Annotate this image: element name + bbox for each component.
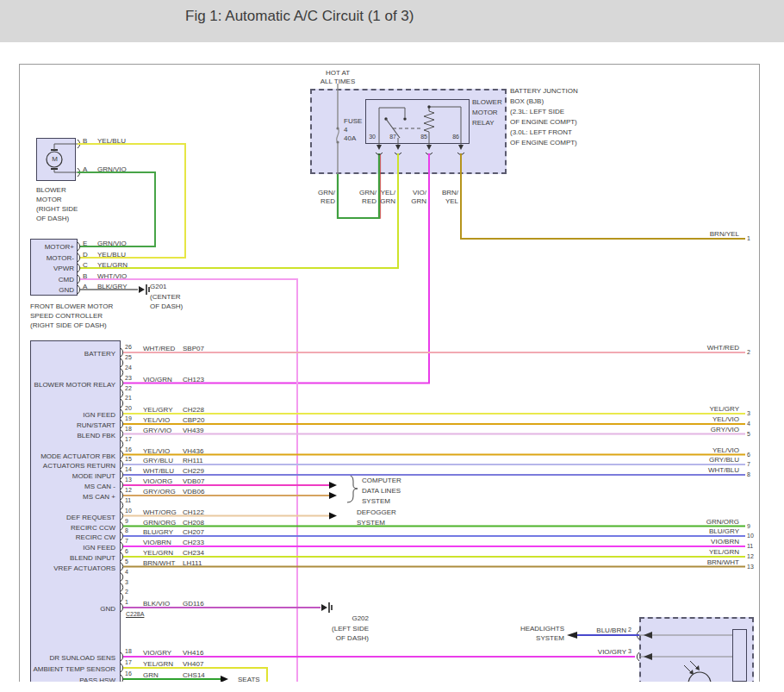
wire-label: YEL/VIO [143, 447, 170, 456]
motor-lead [54, 144, 78, 150]
bjb-label: BATTERY JUNCTION BOX (BJB) (2.3L: LEFT S… [510, 86, 578, 148]
sun-ray-icon [695, 665, 700, 670]
edge-wire-label: GRY/BLU [670, 456, 739, 464]
wire-label-vio-gry: VIO/GRY [557, 648, 626, 657]
brn-yel-wire [461, 153, 745, 239]
grn-red-wire [338, 153, 379, 218]
relay-pin-86: 86 [445, 134, 459, 140]
yel-blu-wire [78, 144, 185, 258]
pin-name: VREF ACTUATORS [29, 564, 115, 573]
wire-label: BRN/WHT [143, 559, 175, 568]
circuit-code: CH122 [183, 508, 204, 517]
pin-connector [637, 652, 639, 661]
g202-label: G202 (LEFT SIDE OF DASH) [300, 614, 369, 644]
pin-name: GND [29, 605, 115, 614]
brace [347, 475, 358, 502]
ctrl-wire-c: YEL/GRN [97, 261, 128, 270]
pin-connector [121, 440, 123, 449]
pin-name: MODE INPUT [29, 472, 115, 481]
wire-label: VIO/GRN [143, 376, 172, 384]
edge-num: 9 [747, 523, 750, 530]
pin-connector [121, 522, 123, 531]
pin-name: AMBIENT TEMP SENSOR [29, 665, 115, 674]
circuit-code: VDB07 [183, 477, 204, 486]
wire-label: BLK/VIO [143, 600, 170, 608]
ctrl-name-cmd: CMD [33, 276, 74, 284]
fuse-icon [336, 127, 339, 129]
pin-connector [121, 593, 123, 602]
junction-dot [427, 105, 430, 108]
ctrl-wire-a: BLK/GRY [97, 283, 128, 291]
edge-num: 13 [747, 564, 754, 570]
pin-number: 24 [125, 365, 137, 371]
wire-label: VIO/ORG [143, 477, 172, 486]
pin-number: 4 [125, 569, 137, 576]
pin-number: 26 [125, 344, 137, 351]
circuit-code: VDB06 [183, 488, 204, 496]
pin-name: RECIRC CW [29, 533, 115, 542]
pin-connector [121, 652, 123, 661]
wire-label: GRN/ORG [143, 519, 176, 527]
sun-ray-icon [689, 670, 694, 675]
pin-connector [121, 491, 123, 500]
pin-number: 13 [125, 477, 137, 483]
down-arrow-icon [458, 145, 464, 150]
motor-letter: M [50, 155, 59, 164]
pin-name: MS CAN + [29, 493, 115, 502]
right-arrow-icon [221, 676, 228, 682]
pin-connector [121, 399, 123, 408]
pin-number: 7 [125, 538, 137, 545]
pin-number: 19 [125, 415, 137, 422]
ctrl-pin-b: B [83, 272, 87, 281]
right-arrow-icon [329, 492, 337, 499]
right-arrow-icon [329, 482, 337, 489]
pin-number: 2 [125, 589, 137, 595]
circuit-code: GD116 [183, 600, 204, 608]
wire-label: WHT/RED [143, 345, 175, 353]
pin-number: 11 [125, 497, 137, 504]
wire-label: WHT/BLU [143, 467, 174, 476]
down-arrow-icon [376, 145, 382, 150]
ctrl-name-motor-plus: MOTOR+ [33, 243, 74, 252]
wire-label: YEL/VIO [143, 416, 170, 425]
edge-wire-label: YEL/VIO [670, 415, 739, 424]
pin-name: BLOWER MOTOR RELAY [29, 381, 115, 390]
defogger-system-label: DEFOGGER SYSTEM [357, 508, 396, 528]
pin-number: 1 [125, 599, 137, 606]
seats-label: SEATS [238, 676, 260, 682]
pin-connector [78, 275, 80, 284]
down-arrow-icon [395, 145, 401, 150]
pin-connector [121, 451, 123, 459]
relay-pin-87: 87 [383, 134, 396, 140]
pin-connector [78, 253, 80, 262]
junction-dot [403, 117, 406, 120]
fuse-icon [337, 128, 339, 142]
left-arrow-icon [644, 632, 652, 639]
pin-number: 14 [125, 466, 137, 473]
edge-num: 8 [747, 471, 750, 478]
ctrl-name-gnd: GND [33, 286, 74, 295]
circuit-code: CH234 [183, 549, 204, 558]
pin-connector [121, 583, 123, 592]
relay-pin-30: 30 [362, 134, 376, 140]
wire-label: WHT/ORG [143, 508, 177, 517]
wire-label: YEL/GRY [143, 406, 173, 415]
wires-layer [0, 0, 784, 682]
pin-connector [121, 675, 123, 682]
circuit-code: SBP07 [183, 345, 204, 353]
pin-connector [121, 502, 123, 510]
ctrl-wire-b: WHT/VIO [97, 272, 127, 281]
pin-number: 16 [125, 446, 137, 453]
edge-wire-label: WHT/RED [670, 344, 739, 352]
connector-c228a: C228A [126, 611, 144, 618]
computer-data-lines-label: COMPUTER DATA LINES SYSTEM [362, 476, 401, 507]
hbox-pin-2: 2 [628, 627, 632, 633]
wire-label: YEL/GRN [143, 660, 173, 669]
pin-number: 6 [125, 548, 137, 555]
circuit-code: CH208 [183, 519, 204, 527]
circuit-code: VH436 [183, 447, 203, 456]
pin-connector [121, 358, 123, 367]
pin-connector [121, 348, 123, 357]
pin-connector [121, 390, 123, 398]
wire-label-vio-grn-85: VIO/ GRN [390, 189, 426, 206]
